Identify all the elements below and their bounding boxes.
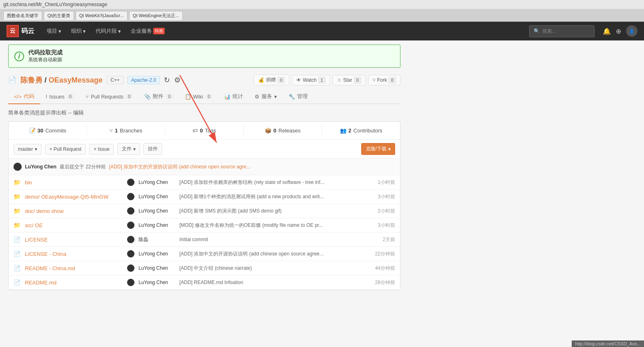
wiki-icon: 📋: [185, 94, 191, 100]
refresh-icon[interactable]: ↻: [164, 76, 170, 85]
browser-tabs: 图数命名关键字 Qt的主要类 Qt WebKit与JavaScr... Qt W…: [0, 9, 644, 22]
file-name-link-license-china[interactable]: LICENSE - China: [25, 251, 123, 257]
tab-issues[interactable]: ! Issues 0: [40, 90, 80, 104]
nav-item-projects[interactable]: 项目 ▾: [42, 25, 65, 37]
logo-text: 码云: [21, 27, 34, 36]
star-button[interactable]: ☆ Star 0: [333, 75, 366, 85]
toolbar-row: master ▾ + Pull Request + Issue 文件 ▾ 挂件 …: [9, 140, 400, 159]
file-row-license-china: 📄 LICENSE - China LuYong Chen [ADD] 添加中文…: [9, 247, 400, 261]
tab-code[interactable]: </> 代码: [8, 90, 40, 104]
latest-commit-row: LuYong Chen 最后提交于 22分钟前 [ADD] 添加中文的开源协议说…: [9, 159, 400, 175]
tab-pulls[interactable]: ⑂ Pull Requests 0: [80, 90, 139, 104]
services-icon: ⚙: [255, 94, 259, 100]
file-icon: 📄: [13, 279, 21, 286]
browser-tab-2[interactable]: Qt WebKit与JavaScr...: [76, 11, 127, 20]
fork-button[interactable]: ⑂ Fork 0: [368, 75, 400, 85]
contributors-icon: 👥: [340, 128, 347, 134]
file-name-link[interactable]: README - China.md: [25, 265, 123, 271]
attach-button[interactable]: 挂件: [143, 143, 162, 155]
issue-button[interactable]: + Issue: [89, 144, 114, 154]
file-icon: 📄: [13, 251, 21, 257]
issues-icon: !: [46, 94, 47, 100]
chevron-down-icon: ▾: [35, 146, 37, 152]
alert-text: 代码拉取完成 系统将自动刷新: [28, 49, 63, 63]
stats-row: 📝 30 Commits ⑂ 1 Branches 🏷 0 Tags 📦 0 R…: [9, 122, 400, 140]
branch-selector[interactable]: master ▾: [13, 144, 42, 154]
chevron-down-icon: ▾: [133, 146, 136, 152]
file-icon: 📄: [13, 265, 21, 271]
avatar[interactable]: 👤: [626, 25, 637, 37]
nav-item-org[interactable]: 组织 ▾: [67, 25, 90, 37]
language-tag: C++: [107, 76, 123, 84]
owner-link[interactable]: 陈鲁勇: [20, 76, 42, 84]
tab-attachments[interactable]: 📎 附件 0: [139, 90, 179, 104]
settings-icon[interactable]: ⚙: [174, 76, 181, 85]
file-committer-avatar: [127, 193, 134, 200]
file-committer-avatar: [127, 250, 134, 257]
file-name-link[interactable]: demo/ OEasyMessage-Qt5-MinGW: [25, 194, 123, 200]
search-icon: 🔍: [534, 28, 540, 34]
tab-stats[interactable]: 📊 统计: [218, 90, 249, 104]
file-row: 📄 README - China.md LuYong Chen [ADD] 中文…: [9, 261, 400, 275]
browser-tab-0[interactable]: 图数命名关键字: [3, 11, 42, 20]
file-name-link[interactable]: README.md: [25, 280, 123, 286]
alert-subtitle: 系统将自动刷新: [28, 56, 63, 63]
repo-icon: 📄: [8, 76, 16, 84]
donate-icon: 💰: [258, 77, 264, 83]
branches-stat[interactable]: ⑂ 1 Branches: [87, 125, 165, 136]
tag-icon: 🏷: [192, 128, 198, 134]
tab-manage[interactable]: 🔧 管理: [283, 90, 313, 104]
nav-logo[interactable]: 云 码云: [7, 25, 34, 37]
pull-request-icon: ⑂: [85, 94, 89, 100]
clone-download-button[interactable]: 克隆/下载 ▾: [361, 143, 395, 155]
license-tag: Apache-2.0: [127, 76, 160, 84]
file-row: 📁 src/ OE LuYong Chen [MOD] 修改文件名称为统一的OE…: [9, 218, 400, 233]
commit-message-link[interactable]: [ADD] 添加中文的开源协议说明 (add chinese open sour…: [109, 164, 250, 170]
chevron-down-icon: ▾: [118, 28, 121, 34]
alert-title: 代码拉取完成: [28, 49, 63, 56]
chevron-down-icon: ▾: [58, 28, 61, 34]
watch-button[interactable]: 👁 Watch 1: [292, 75, 330, 85]
file-name-link[interactable]: src/ OE: [25, 222, 123, 228]
releases-stat[interactable]: 📦 0 Releases: [244, 125, 322, 136]
attachment-icon: 📎: [144, 94, 151, 100]
repo-tabs: </> 代码 ! Issues 0 ⑂ Pull Requests 0 📎 附件…: [8, 90, 400, 104]
address-bar: git.oschina.net/Mr_ChenLuYong/oeasymessa…: [0, 0, 644, 9]
file-dropdown-button[interactable]: 文件 ▾: [117, 143, 140, 155]
browser-tab-3[interactable]: Qt WebEngine无法正...: [129, 11, 183, 20]
file-committer-avatar: [127, 179, 134, 186]
file-list: 📁 bin LuYong Chen [ADD] 添加软件依赖库的树形结构 (re…: [9, 175, 400, 290]
file-committer-avatar: [127, 236, 134, 243]
info-icon: i: [14, 51, 24, 61]
branch-icon: ⑂: [110, 128, 113, 134]
file-row: 📁 doc/ demo show LuYong Chen [ADD] 新增 SM…: [9, 204, 400, 218]
commits-stat[interactable]: 📝 30 Commits: [9, 125, 87, 136]
tab-wiki[interactable]: 📋 Wiki 0: [179, 90, 219, 104]
donate-button[interactable]: 💰 捐赠 0: [254, 74, 289, 85]
top-nav: 云 码云 项目 ▾ 组织 ▾ 代码片段 ▾ 企业服务 特惠 🔍 搜索... 🔔 …: [0, 22, 644, 40]
file-name-link[interactable]: doc/ demo show: [25, 208, 123, 214]
pull-request-button[interactable]: + Pull Request: [45, 144, 86, 154]
file-committer-avatar: [127, 207, 134, 215]
search-box[interactable]: 🔍 搜索...: [529, 25, 595, 37]
repo-title: 陈鲁勇 / OEasyMessage: [20, 75, 103, 85]
file-icon: 📄: [13, 236, 21, 243]
manage-icon: 🔧: [288, 94, 295, 100]
enterprise-badge: 特惠: [153, 28, 165, 34]
folder-icon: 📁: [13, 222, 21, 228]
file-name-link[interactable]: bin: [25, 179, 123, 186]
nav-item-snippet[interactable]: 代码片段 ▾: [92, 25, 125, 37]
bell-icon[interactable]: 🔔: [603, 27, 611, 35]
browser-tab-1[interactable]: Qt的主要类: [44, 11, 74, 20]
tags-stat[interactable]: 🏷 0 Tags: [165, 125, 244, 136]
plus-icon[interactable]: ⊕: [616, 27, 621, 35]
contributors-stat[interactable]: 👥 2 Contributors: [322, 125, 400, 136]
folder-icon: 📁: [13, 179, 21, 186]
tab-services[interactable]: ⚙ 服务 ▾: [249, 90, 283, 104]
file-name-link[interactable]: LICENSE: [25, 237, 123, 243]
file-row: 📁 demo/ OEasyMessage-Qt5-MinGW LuYong Ch…: [9, 190, 400, 204]
repo-box: 📝 30 Commits ⑂ 1 Branches 🏷 0 Tags 📦 0 R…: [8, 121, 400, 290]
repo-name-link[interactable]: OEasyMessage: [49, 76, 103, 84]
nav-item-enterprise[interactable]: 企业服务 特惠: [127, 25, 169, 37]
release-icon: 📦: [265, 128, 271, 134]
